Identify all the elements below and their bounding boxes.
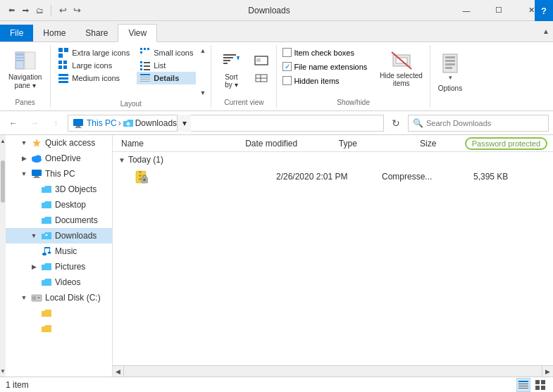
path-dropdown[interactable]: ▾	[177, 115, 191, 132]
layout-small[interactable]: Small icons	[137, 46, 196, 59]
tab-file[interactable]: File	[0, 25, 33, 42]
sidebar-item-desktop[interactable]: Desktop	[6, 197, 112, 213]
svg-rect-26	[140, 77, 150, 77]
refresh-button[interactable]: ↻	[387, 114, 405, 132]
disk-icon	[31, 292, 42, 303]
minimize-button[interactable]: —	[450, 0, 483, 21]
svg-rect-75	[518, 381, 528, 382]
sidebar-item-folder2[interactable]	[6, 321, 112, 336]
hidden-items-toggle[interactable]: Hidden items	[281, 75, 368, 87]
group-by-button[interactable]	[251, 53, 272, 68]
col-header-size[interactable]: Size	[414, 139, 465, 148]
sidebar-scrollbar[interactable]: ▲ ▼	[0, 135, 6, 377]
sidebar-scroll-down[interactable]: ▼	[0, 365, 6, 377]
search-box[interactable]: 🔍	[408, 115, 549, 132]
layout-large[interactable]: Large icons	[55, 59, 132, 72]
window-controls: — ☐ ✕	[450, 0, 547, 21]
recent-quick-icon[interactable]: 🗂	[34, 5, 45, 16]
redo-quick-icon[interactable]: ↪	[71, 5, 82, 16]
sidebar-item-local-disk[interactable]: ▼ Local Disk (C:)	[6, 290, 112, 305]
column-headers: Name Date modified Type Size Password pr…	[113, 135, 553, 152]
hide-selected-button[interactable]: Hide selecteditems	[377, 46, 425, 90]
layout-list[interactable]: List	[137, 59, 196, 72]
ribbon-collapse-btn[interactable]: ▲	[539, 20, 553, 42]
hide-selected-label: Hide selecteditems	[380, 72, 423, 87]
back-quick-icon[interactable]: ⬅	[6, 5, 17, 16]
col-header-date[interactable]: Date modified	[240, 139, 333, 148]
sidebar-item-this-pc[interactable]: ▼ This PC	[6, 166, 112, 182]
sidebar-scroll-up[interactable]: ▲	[0, 135, 6, 146]
h-scroll-left-btn[interactable]: ◀	[113, 366, 124, 377]
up-button[interactable]: ↑	[46, 114, 65, 132]
svg-rect-11	[63, 65, 67, 69]
layout-list: Extra large icons Large icons Medium ico…	[55, 46, 132, 84]
svg-rect-4	[16, 60, 23, 61]
sort-icon	[220, 49, 242, 72]
expand-arrow-dl: ▼	[30, 232, 38, 240]
svg-rect-28	[140, 81, 150, 82]
svg-rect-15	[140, 48, 142, 50]
sidebar-item-downloads[interactable]: ▼ Downloads	[6, 228, 112, 244]
table-row[interactable]: 2/26/2020 2:01 PM Compresse... 5,395 KB	[113, 167, 553, 186]
svg-rect-50	[75, 127, 82, 128]
layout-scroll-down[interactable]: ▼	[199, 89, 206, 97]
maximize-button[interactable]: ☐	[483, 0, 515, 21]
ribbon-group-show-hide: Item check boxes File name extensions Hi…	[277, 45, 430, 108]
item-checkboxes-toggle[interactable]: Item check boxes	[281, 46, 368, 58]
navigation-pane-button[interactable]: Navigationpane ▾	[6, 46, 44, 93]
file-cell-name	[130, 170, 271, 184]
layout-scroll-up[interactable]: ▲	[199, 46, 206, 55]
help-button[interactable]: ?	[535, 0, 553, 21]
computer-small-icon	[31, 168, 42, 179]
sort-by-button[interactable]: Sortby ▾	[216, 46, 247, 91]
layout-extra-large[interactable]: Extra large icons	[55, 46, 132, 59]
address-path[interactable]: This PC › Downloads ▾	[68, 115, 384, 132]
svg-rect-46	[445, 67, 452, 69]
col-header-name[interactable]: Name	[116, 139, 240, 148]
col-header-type[interactable]: Type	[333, 139, 414, 148]
hidden-items-cb	[282, 76, 292, 85]
sidebar-scroll-thumb	[1, 160, 5, 203]
file-name-extensions-toggle[interactable]: File name extensions	[281, 61, 368, 72]
tab-home[interactable]: Home	[33, 25, 75, 42]
h-scroll-right-btn[interactable]: ▶	[542, 366, 553, 377]
add-columns-button[interactable]	[251, 70, 272, 86]
sidebar-item-folder1[interactable]	[6, 305, 112, 321]
svg-rect-82	[541, 386, 545, 390]
sidebar-item-music[interactable]: Music	[6, 244, 112, 259]
sidebar-item-quick-access[interactable]: ▼ Quick access	[6, 135, 112, 151]
h-scroll-track[interactable]	[124, 366, 542, 377]
group-header-today[interactable]: ▼ Today (1)	[113, 152, 553, 167]
layout-content: Extra large icons Large icons Medium ico…	[55, 46, 206, 97]
ribbon-group-panes: Navigationpane ▾ Panes	[0, 45, 51, 108]
layout-medium[interactable]: Medium icons	[55, 72, 132, 84]
sidebar-container: ▲ ▼ ▼ Quick access ▶ OneDrive	[0, 135, 113, 377]
svg-rect-20	[144, 62, 150, 63]
search-input[interactable]	[426, 119, 544, 127]
large-icons-view-mode-btn[interactable]	[533, 378, 547, 392]
documents-label: Documents	[55, 215, 98, 225]
details-view-mode-btn[interactable]	[516, 378, 530, 392]
panes-content: Navigationpane ▾	[6, 46, 44, 96]
sidebar-item-onedrive[interactable]: ▶ OneDrive	[6, 151, 112, 166]
back-button[interactable]: ←	[4, 114, 23, 132]
svg-rect-31	[223, 60, 230, 61]
undo-quick-icon[interactable]: ↩	[57, 5, 68, 16]
options-content: ▾ Options	[435, 46, 466, 103]
sidebar-item-3d-objects[interactable]: 3D Objects	[6, 182, 112, 197]
ribbon: Navigationpane ▾ Panes Extra large icons…	[0, 42, 553, 111]
ribbon-tabs: File Home Share View ▲	[0, 21, 553, 42]
sidebar-item-pictures[interactable]: ▶ Pictures	[6, 259, 112, 274]
col-header-password-protected[interactable]: Password protected	[465, 137, 547, 150]
layout-details[interactable]: Details	[137, 72, 196, 84]
sidebar-item-videos[interactable]: Videos	[6, 274, 112, 290]
title-bar-icons: ⬅ ⮕ 🗂 ↩ ↪	[6, 5, 82, 16]
forward-quick-icon[interactable]: ⮕	[20, 5, 31, 16]
videos-label: Videos	[55, 277, 80, 287]
svg-rect-56	[32, 170, 42, 176]
tab-view[interactable]: View	[118, 24, 157, 42]
sidebar-item-documents[interactable]: Documents	[6, 213, 112, 228]
horizontal-scrollbar[interactable]: ◀ ▶	[113, 365, 553, 377]
tab-share[interactable]: Share	[75, 25, 118, 42]
options-button[interactable]: ▾ Options	[435, 46, 466, 95]
